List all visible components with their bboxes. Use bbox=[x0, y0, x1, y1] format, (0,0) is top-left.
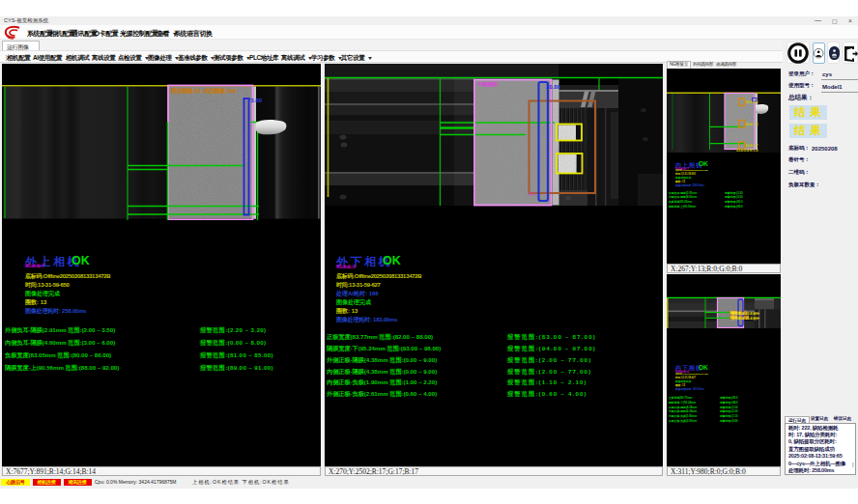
svg-text:24.4:1.3: 24.4:1.3 bbox=[746, 123, 758, 126]
svg-text:42.4: 42.4 bbox=[528, 192, 536, 197]
svg-text:20.88: 20.88 bbox=[546, 84, 561, 90]
svg-text:AI检测框: AI检测框 bbox=[477, 81, 498, 88]
svg-text:73.88: 73.88 bbox=[247, 98, 263, 103]
svg-text:负耳宽度:23.4 积分: 负耳宽度:23.4 积分 bbox=[730, 315, 760, 320]
svg-text:固定阈值:93, 动态阈值:100: 固定阈值:93, 动态阈值:100 bbox=[171, 87, 237, 95]
svg-text:负耳宽度:23.8 积分: 负耳宽度:23.8 积分 bbox=[730, 311, 760, 316]
svg-text:24.4:0.7: 24.4:0.7 bbox=[746, 144, 758, 148]
svg-text:24.4:0.4: 24.4:0.4 bbox=[746, 100, 758, 104]
